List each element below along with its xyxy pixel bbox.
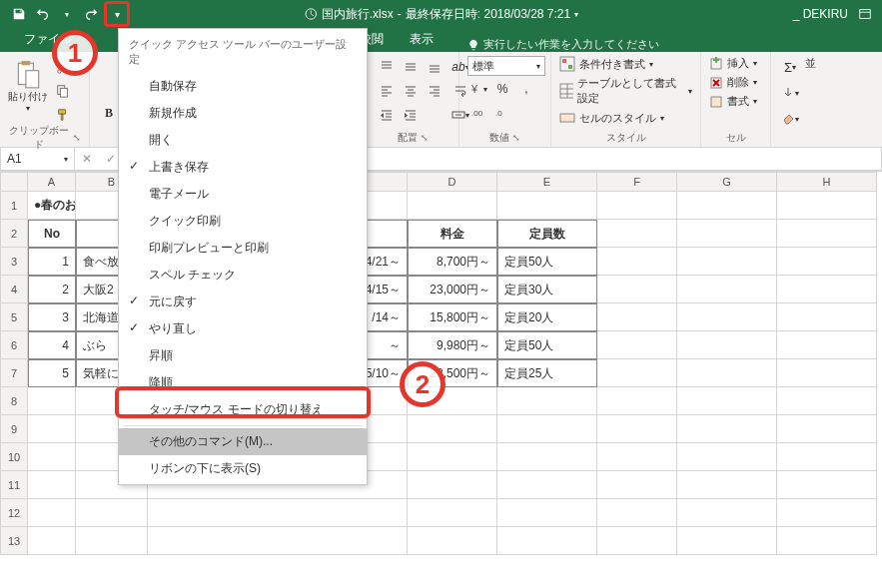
align-right-button[interactable] xyxy=(424,80,445,102)
cell[interactable] xyxy=(677,387,777,415)
cancel-formula-button[interactable]: ✕ xyxy=(75,152,99,166)
row-header[interactable]: 5 xyxy=(0,303,28,331)
menu-item[interactable]: 電子メール xyxy=(119,181,367,208)
column-header[interactable]: A xyxy=(28,172,76,192)
delete-cells-button[interactable]: 削除▾ xyxy=(709,75,757,90)
cell[interactable] xyxy=(777,415,877,443)
row-header[interactable]: 1 xyxy=(0,192,28,220)
cell[interactable] xyxy=(777,499,877,527)
cell[interactable] xyxy=(76,527,148,555)
cell[interactable] xyxy=(597,471,677,499)
cell[interactable] xyxy=(677,331,777,359)
row-header[interactable]: 3 xyxy=(0,248,28,276)
menu-item[interactable]: その他のコマンド(M)... xyxy=(119,428,367,455)
menu-item[interactable]: 元に戻す xyxy=(119,289,367,315)
number-dialog-launcher[interactable]: ⤡ xyxy=(512,133,520,143)
number-format-combo[interactable]: 標準▾ xyxy=(467,56,545,76)
column-header[interactable]: G xyxy=(677,172,777,192)
cell[interactable]: 9,980円～ xyxy=(408,331,497,359)
cell[interactable] xyxy=(597,192,677,220)
format-painter-button[interactable] xyxy=(52,104,74,126)
conditional-formatting-button[interactable]: 条件付き書式▾ xyxy=(559,56,692,72)
menu-item[interactable]: 新規作成 xyxy=(119,100,367,127)
cell[interactable] xyxy=(777,276,877,303)
menu-item[interactable]: 降順 xyxy=(119,369,367,396)
bold-button[interactable]: B xyxy=(98,102,120,124)
tab-view[interactable]: 表示 xyxy=(398,27,445,52)
cell[interactable] xyxy=(408,443,497,471)
decrease-decimal-button[interactable]: .0 xyxy=(491,102,513,124)
cell[interactable] xyxy=(497,192,597,220)
cell[interactable] xyxy=(597,303,677,331)
cell[interactable] xyxy=(677,471,777,499)
format-cells-button[interactable]: 書式▾ xyxy=(709,94,757,109)
menu-item[interactable]: タッチ/マウス モードの切り替え xyxy=(119,396,367,423)
cell[interactable] xyxy=(28,415,76,443)
cell[interactable] xyxy=(677,527,777,555)
title-dropdown-icon[interactable]: ▾ xyxy=(574,10,578,19)
cell[interactable] xyxy=(677,415,777,443)
cell[interactable] xyxy=(497,471,597,499)
cell[interactable] xyxy=(28,387,76,415)
qat-undo-button[interactable] xyxy=(32,3,54,25)
copy-button[interactable] xyxy=(52,80,74,102)
cell[interactable] xyxy=(76,499,148,527)
row-header[interactable]: 10 xyxy=(0,443,28,471)
cell[interactable] xyxy=(497,499,597,527)
cell[interactable]: 23,000円～ xyxy=(408,276,497,303)
cell[interactable]: 定員20人 xyxy=(497,303,597,331)
cell[interactable] xyxy=(777,248,877,276)
cell[interactable] xyxy=(777,387,877,415)
row-header[interactable]: 11 xyxy=(0,471,28,499)
autosum-button[interactable]: Σ▾ xyxy=(779,56,801,78)
name-box[interactable]: A1 ▾ xyxy=(0,148,75,171)
ribbon-display-options[interactable] xyxy=(858,7,872,21)
increase-decimal-button[interactable]: .00 xyxy=(467,102,489,124)
cell[interactable] xyxy=(408,499,497,527)
select-all-button[interactable] xyxy=(0,172,28,192)
cell[interactable] xyxy=(497,415,597,443)
cell[interactable] xyxy=(677,220,777,248)
cell[interactable] xyxy=(597,220,677,248)
decrease-indent-button[interactable] xyxy=(376,104,398,126)
align-middle-button[interactable] xyxy=(400,56,422,78)
cell[interactable] xyxy=(777,443,877,471)
qat-customize-button[interactable]: ▾ xyxy=(107,3,127,25)
cell[interactable] xyxy=(597,499,677,527)
cell[interactable] xyxy=(597,527,677,555)
menu-item[interactable]: 印刷プレビューと印刷 xyxy=(119,235,367,262)
row-header[interactable]: 13 xyxy=(0,527,28,555)
cell[interactable]: 1 xyxy=(28,248,76,276)
cell[interactable] xyxy=(148,527,408,555)
column-header[interactable]: E xyxy=(497,172,597,192)
cell[interactable]: 8,700円～ xyxy=(408,248,497,276)
cell[interactable] xyxy=(777,471,877,499)
clear-button[interactable]: ▾ xyxy=(779,108,801,130)
align-left-button[interactable] xyxy=(376,80,398,102)
qat-save-button[interactable] xyxy=(8,3,30,25)
cell[interactable] xyxy=(597,248,677,276)
format-as-table-button[interactable]: テーブルとして書式設定▾ xyxy=(559,76,692,106)
cell[interactable] xyxy=(28,499,76,527)
menu-item[interactable]: スペル チェック xyxy=(119,262,367,289)
cell[interactable] xyxy=(408,415,497,443)
row-header[interactable]: 4 xyxy=(0,276,28,303)
cell[interactable] xyxy=(408,527,497,555)
cell[interactable] xyxy=(28,443,76,471)
cell[interactable] xyxy=(28,471,76,499)
cell[interactable]: 定員50人 xyxy=(497,248,597,276)
accounting-button[interactable]: ¥▾ xyxy=(467,78,489,100)
cell[interactable] xyxy=(408,192,497,220)
cell[interactable] xyxy=(777,220,877,248)
cell[interactable] xyxy=(497,527,597,555)
cell[interactable]: 5 xyxy=(28,359,76,387)
cell[interactable] xyxy=(597,415,677,443)
cell[interactable]: 定員数 xyxy=(497,220,597,248)
cell[interactable]: 料金 xyxy=(408,220,497,248)
cell-styles-button[interactable]: セルのスタイル▾ xyxy=(559,110,692,126)
cell[interactable] xyxy=(497,443,597,471)
cell[interactable]: 4 xyxy=(28,331,76,359)
row-header[interactable]: 12 xyxy=(0,499,28,527)
cell[interactable] xyxy=(597,276,677,303)
cell[interactable] xyxy=(408,471,497,499)
